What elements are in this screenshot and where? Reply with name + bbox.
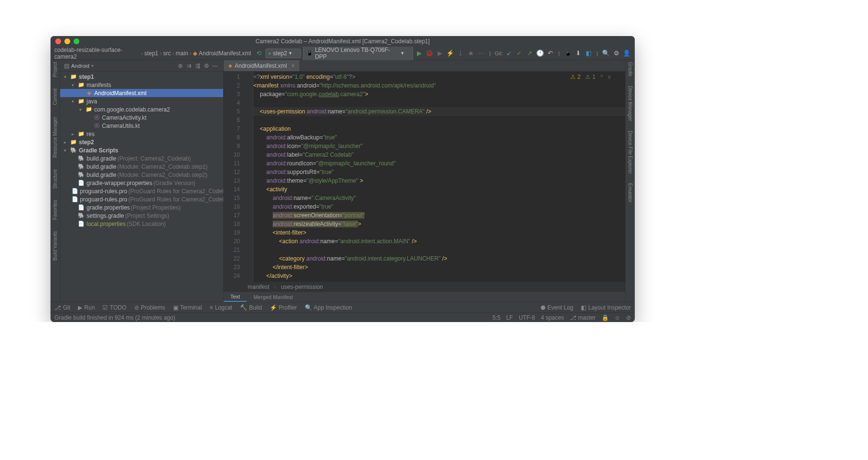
rail-favorites[interactable]: Favorites — [52, 200, 58, 220]
main-toolbar: codelab-resizable-surface-camera2›step1›… — [50, 47, 635, 60]
project-sidebar: ▤ Android ▾ ⊕ ⇉ ⇶ ⚙ — ▾📁step1▾📁manifests… — [60, 60, 224, 302]
more-icon[interactable]: ⋯ — [477, 49, 486, 58]
expand-icon[interactable]: ⇉ — [185, 62, 193, 69]
editor-breadcrumb[interactable]: manifest›uses-permission — [224, 282, 625, 291]
rail-commit[interactable]: Commit — [52, 88, 58, 105]
source-code[interactable]: <?xml version="1.0" encoding="utf-8"?><m… — [253, 72, 625, 282]
rail-emulator[interactable]: Emulator — [628, 183, 633, 202]
subtab-merged-manifest[interactable]: Merged Manifest — [247, 292, 300, 302]
close-button[interactable] — [55, 38, 61, 44]
tree-node[interactable]: 🐘build.gradle (Project: Camera2_Codelab) — [60, 154, 223, 162]
run-config-selector[interactable]: ▸step2 ▾ — [265, 49, 301, 58]
history-icon[interactable]: 🕐 — [536, 49, 544, 58]
tree-node[interactable]: 📄gradle-wrapper.properties (Gradle Versi… — [60, 179, 223, 187]
memory-icon[interactable]: ☺ — [615, 314, 620, 321]
tool-run[interactable]: ▶Run — [78, 304, 95, 311]
rail-gradle[interactable]: Gradle — [628, 62, 633, 76]
editor-panel: ◆ AndroidManifest.xml × 1234567891011121… — [224, 60, 625, 302]
tool-problems[interactable]: ⊘Problems — [134, 304, 165, 311]
right-tool-rail: GradleDevice ManagerDevice File Explorer… — [625, 60, 635, 302]
settings-icon[interactable]: ⚙ — [612, 49, 621, 58]
minimize-button[interactable] — [64, 38, 70, 44]
debug-icon[interactable]: 🐞 — [425, 49, 434, 58]
rail-device-manager[interactable]: Device Manager — [628, 86, 633, 121]
tree-node[interactable]: ▸📁res — [60, 130, 223, 138]
tree-node[interactable]: 📄proguard-rules.pro (ProGuard Rules for … — [60, 195, 223, 203]
tree-node[interactable]: ▾🐘Gradle Scripts — [60, 146, 223, 154]
collapse-icon[interactable]: ⇶ — [193, 62, 202, 69]
coverage-icon[interactable]: ▶ — [436, 49, 444, 58]
encoding[interactable]: UTF-8 — [519, 314, 535, 321]
account-icon[interactable]: 👤 — [622, 49, 631, 58]
settings-icon[interactable]: ⚙ — [202, 62, 211, 69]
tree-node[interactable]: ◆AndroidManifest.xml — [60, 89, 223, 97]
status-bar: Gradle build finished in 924 ms (2 minut… — [50, 312, 635, 322]
profile-icon[interactable]: ⚡ — [446, 49, 454, 58]
device-selector[interactable]: 📱 LENOVO Lenovo TB-Q706F-DPP ▾ — [303, 45, 413, 62]
project-tree[interactable]: ▾📁step1▾📁manifests◆AndroidManifest.xml▾📁… — [60, 72, 223, 302]
inspection-widget[interactable]: ⚠ 2 ⚠ 1 ^v — [570, 74, 611, 80]
tool-terminal[interactable]: ▣Terminal — [173, 304, 202, 311]
line-ending[interactable]: LF — [506, 314, 513, 321]
tree-node[interactable]: 🐘build.gradle (Module: Camera2_Codelab.s… — [60, 171, 223, 179]
commit-icon[interactable]: ✓ — [515, 49, 524, 58]
cursor-position[interactable]: 5:5 — [492, 314, 501, 321]
vcs-label: Git: — [494, 50, 503, 56]
minimize-icon[interactable]: — — [211, 62, 219, 69]
tool-git[interactable]: ⎇Git — [54, 304, 70, 311]
tool-todo[interactable]: ☑TODO — [102, 304, 126, 311]
sidebar-title[interactable]: Android — [71, 63, 89, 69]
resource-icon[interactable]: ◧ — [584, 49, 593, 58]
rail-structure[interactable]: Structure — [52, 169, 58, 189]
run-icon[interactable]: ▶ — [415, 49, 424, 58]
rail-resource-manager[interactable]: Resource Manager — [52, 117, 58, 158]
gutter: 123456789101112131415161718192021222324 — [224, 72, 243, 282]
tree-node[interactable]: 📄local.properties (SDK Location) — [60, 220, 223, 228]
tool-event-log[interactable]: ⬣Event Log — [541, 304, 573, 311]
rollback-icon[interactable]: ↶ — [546, 49, 555, 58]
editor-tab[interactable]: ◆ AndroidManifest.xml × — [224, 60, 300, 71]
select-opened-icon[interactable]: ⊕ — [176, 62, 185, 69]
rail-build-variants[interactable]: Build Variants — [52, 231, 58, 261]
close-icon[interactable]: × — [291, 62, 295, 69]
rail-project[interactable]: Project — [52, 62, 58, 77]
tree-node[interactable]: 🐘build.gradle (Module: Camera2_Codelab.s… — [60, 162, 223, 171]
code-area[interactable]: 123456789101112131415161718192021222324 … — [224, 72, 625, 282]
tree-node[interactable]: ▾📁manifests — [60, 81, 223, 89]
tool-profiler[interactable]: ⚡Profiler — [270, 304, 297, 311]
sidebar-header: ▤ Android ▾ ⊕ ⇉ ⇶ ⚙ — — [60, 60, 223, 72]
push-icon[interactable]: ↗ — [526, 49, 534, 58]
search-icon[interactable]: 🔍 — [602, 49, 610, 58]
branch[interactable]: ⎇ master — [570, 314, 596, 321]
ide-error-icon[interactable]: ⊘ — [626, 314, 631, 321]
tool-logcat[interactable]: ≡Logcat — [210, 304, 232, 311]
tree-node[interactable]: 📄gradle.properties (Project Properties) — [60, 203, 223, 211]
tree-node[interactable]: 📄proguard-rules.pro (ProGuard Rules for … — [60, 187, 223, 195]
xml-file-icon: ◆ — [228, 63, 232, 68]
sdk-icon[interactable]: ⬇ — [574, 49, 582, 58]
left-tool-rail: ProjectCommitResource ManagerStructureFa… — [50, 60, 60, 302]
indent[interactable]: 4 spaces — [541, 314, 564, 321]
ide-window: Camera2 Codelab – AndroidManifest.xml [C… — [50, 36, 635, 322]
tree-node[interactable]: ▾📁com.google.codelab.camera2 — [60, 105, 223, 113]
lock-icon[interactable]: 🔒 — [602, 314, 609, 321]
tool-app-inspection[interactable]: 🔍App Inspection — [305, 304, 352, 311]
tree-node[interactable]: ⓀCameraUtils.kt — [60, 122, 223, 130]
avd-icon[interactable]: 📱 — [564, 49, 572, 58]
tree-node[interactable]: ▾📁step1 — [60, 73, 223, 81]
tool-build[interactable]: 🔨Build — [240, 304, 262, 311]
tool-layout-inspector[interactable]: ◧Layout Inspector — [581, 304, 631, 311]
attach-icon[interactable]: ⤓ — [456, 49, 465, 58]
stop-icon[interactable]: ■ — [466, 49, 475, 58]
rail-device-file-explorer[interactable]: Device File Explorer — [628, 131, 633, 174]
editor-sub-tabs: TextMerged Manifest — [224, 291, 625, 302]
subtab-text[interactable]: Text — [224, 292, 247, 302]
update-icon[interactable]: ↙ — [505, 49, 514, 58]
tree-node[interactable]: ▾📁java — [60, 97, 223, 105]
breadcrumb[interactable]: codelab-resizable-surface-camera2›step1›… — [54, 47, 251, 60]
tree-node[interactable]: ▸📁step2 — [60, 138, 223, 146]
sync-icon[interactable]: ⟲ — [255, 49, 264, 58]
tree-node[interactable]: 🐘settings.gradle (Project Settings) — [60, 211, 223, 220]
tree-node[interactable]: ⓀCameraActivity.kt — [60, 113, 223, 122]
zoom-button[interactable] — [74, 38, 79, 44]
